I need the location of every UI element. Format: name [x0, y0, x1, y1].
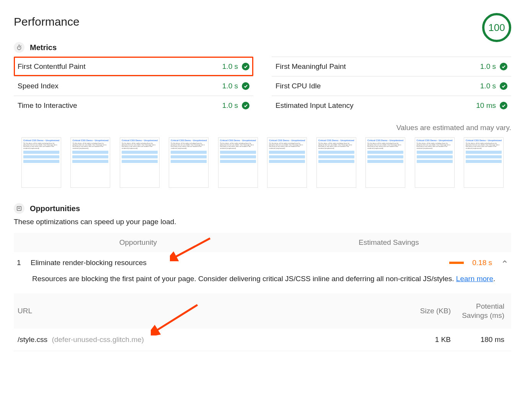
resource-host: (defer-unused-css.glitch.me) — [52, 335, 144, 343]
opportunity-number: 1 — [17, 259, 31, 267]
savings-ms-column-header: Potential Savings (ms) — [451, 302, 504, 320]
resource-savings: 180 ms — [451, 335, 504, 344]
performance-score: 100 — [482, 13, 511, 42]
check-icon — [242, 102, 249, 109]
metric-name: Speed Index — [18, 82, 59, 90]
metric-row[interactable]: First Contentful Paint1.0 s — [14, 57, 253, 76]
metric-name: Time to Interactive — [18, 101, 77, 110]
savings-time: 0.18 s — [468, 259, 492, 267]
chevron-up-icon[interactable] — [501, 258, 508, 267]
check-icon — [500, 82, 507, 90]
metrics-section-header: Metrics — [14, 42, 511, 53]
opportunity-column-header: Opportunity — [21, 238, 166, 247]
metric-value: 1.0 s — [222, 62, 238, 71]
metric-value: 10 ms — [476, 101, 496, 110]
metric-value: 1.0 s — [480, 62, 496, 71]
opportunity-row[interactable]: 1 Eliminate render-blocking resources 0.… — [14, 252, 511, 273]
resource-size: 1 KB — [401, 335, 451, 344]
filmstrip-frame: Critical CSS Demo - UnoptimizedOn this d… — [365, 137, 405, 188]
metric-row[interactable]: First Meaningful Paint1.0 s — [272, 57, 511, 76]
resources-table-header: URL Size (KB) Potential Savings (ms) — [14, 293, 511, 329]
metrics-title: Metrics — [30, 43, 57, 52]
opportunities-icon — [14, 203, 24, 214]
filmstrip-frame: Critical CSS Demo - UnoptimizedOn this d… — [218, 137, 258, 188]
check-icon — [500, 102, 507, 109]
learn-more-link[interactable]: Learn more — [456, 275, 493, 283]
check-icon — [500, 63, 507, 70]
filmstrip-frame: Critical CSS Demo - UnoptimizedOn this d… — [120, 137, 160, 188]
opportunities-table-header: Opportunity Estimated Savings — [14, 233, 511, 252]
filmstrip-frame: Critical CSS Demo - UnoptimizedOn this d… — [21, 137, 61, 188]
resource-url: /style.css (defer-unused-css.glitch.me) — [18, 335, 401, 344]
check-icon — [242, 82, 249, 90]
metric-row[interactable]: Estimated Input Latency10 ms — [272, 96, 511, 115]
savings-column-header: Estimated Savings — [166, 238, 504, 247]
opportunity-detail-text: Resources are blocking the first paint o… — [32, 275, 456, 283]
metric-value: 1.0 s — [222, 101, 238, 110]
metric-row[interactable]: Time to Interactive1.0 s — [14, 96, 253, 115]
opportunity-title: Eliminate render-blocking resources — [31, 259, 230, 267]
savings-bar — [449, 262, 464, 264]
filmstrip-frame: Critical CSS Demo - UnoptimizedOn this d… — [169, 137, 209, 188]
metric-name: Estimated Input Latency — [276, 101, 354, 110]
metric-row[interactable]: First CPU Idle1.0 s — [272, 76, 511, 96]
size-column-header: Size (KB) — [401, 307, 451, 315]
opportunities-section-header: Opportunities — [14, 203, 511, 214]
metric-value: 1.0 s — [222, 82, 238, 90]
filmstrip-frame: Critical CSS Demo - UnoptimizedOn this d… — [267, 137, 307, 188]
page-title: Performance — [14, 15, 80, 28]
filmstrip: Critical CSS Demo - UnoptimizedOn this d… — [14, 137, 511, 188]
filmstrip-frame: Critical CSS Demo - UnoptimizedOn this d… — [316, 137, 356, 188]
filmstrip-frame: Critical CSS Demo - UnoptimizedOn this d… — [70, 137, 110, 188]
filmstrip-frame: Critical CSS Demo - UnoptimizedOn this d… — [464, 137, 504, 188]
url-column-header: URL — [18, 307, 401, 315]
resource-path: /style.css — [18, 335, 47, 343]
metric-row[interactable]: Speed Index1.0 s — [14, 76, 253, 96]
stopwatch-icon — [14, 42, 24, 53]
metrics-note: Values are estimated and may vary. — [14, 124, 511, 132]
opportunities-description: These optimizations can speed up your pa… — [14, 218, 511, 226]
metric-name: First Meaningful Paint — [276, 62, 346, 71]
opportunity-detail: Resources are blocking the first paint o… — [14, 273, 511, 293]
filmstrip-frame: Critical CSS Demo - UnoptimizedOn this d… — [415, 137, 455, 188]
metric-name: First CPU Idle — [276, 82, 321, 90]
metric-name: First Contentful Paint — [18, 62, 85, 71]
opportunities-title: Opportunities — [30, 204, 80, 213]
resource-row: /style.css (defer-unused-css.glitch.me) … — [14, 329, 511, 351]
metric-value: 1.0 s — [480, 82, 496, 90]
check-icon — [242, 63, 249, 70]
